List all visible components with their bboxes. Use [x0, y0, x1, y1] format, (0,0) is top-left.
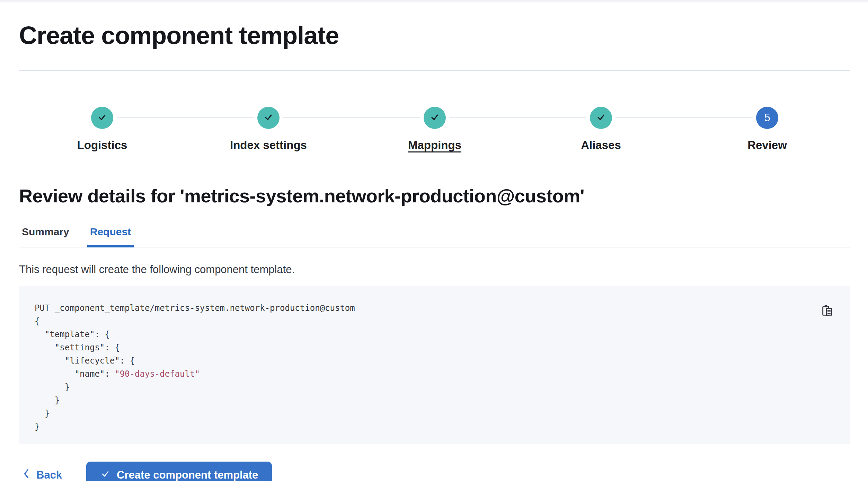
tab-summary[interactable]: Summary [19, 226, 72, 247]
check-icon [595, 112, 606, 124]
check-icon [100, 469, 110, 481]
footer-actions: Back Create component template [19, 462, 850, 481]
step-number: 5 [764, 112, 770, 124]
create-component-template-button[interactable]: Create component template [86, 462, 272, 481]
code-line: } [35, 407, 809, 420]
tabs: Summary Request [19, 226, 850, 247]
chevron-left-icon [22, 468, 31, 481]
request-description: This request will create the following c… [19, 263, 850, 276]
review-heading: Review details for 'metrics-system.netwo… [19, 185, 850, 207]
code-line: "template": { [35, 328, 809, 341]
stepper: Logistics Index settings Mapping [19, 107, 850, 152]
check-icon [429, 112, 440, 124]
step-label: Aliases [581, 139, 621, 152]
page-title: Create component template [19, 22, 850, 49]
code-line: "settings": { [35, 341, 809, 354]
code-line: { [35, 315, 809, 328]
copy-clipboard-icon [821, 313, 834, 318]
step-circle-complete [91, 107, 113, 129]
code-line: } [35, 381, 809, 394]
step-circle-complete [424, 107, 446, 129]
create-component-template-page: Create component template Logistics [0, 3, 868, 481]
code-line: "lifecycle": { [35, 354, 809, 367]
step-mappings[interactable]: Mappings [352, 107, 518, 152]
step-label: Review [747, 139, 787, 152]
step-label: Index settings [230, 139, 307, 152]
step-review[interactable]: 5 Review [684, 107, 850, 152]
tab-request[interactable]: Request [87, 226, 134, 247]
step-label: Logistics [77, 139, 127, 152]
step-circle-complete [590, 107, 612, 129]
title-divider [19, 70, 850, 71]
step-aliases[interactable]: Aliases [518, 107, 684, 152]
step-circle-current: 5 [756, 107, 778, 129]
code-string-value: "90-days-default" [115, 369, 200, 379]
copy-button[interactable] [821, 304, 834, 317]
check-icon [263, 112, 274, 124]
request-code-block: PUT _component_template/metrics-system.n… [19, 286, 850, 444]
step-logistics[interactable]: Logistics [19, 107, 185, 152]
back-button-label: Back [36, 469, 62, 481]
back-button[interactable]: Back [19, 468, 65, 481]
check-icon [97, 112, 108, 124]
step-circle-complete [257, 107, 280, 129]
step-label: Mappings [408, 139, 461, 152]
code-line: } [35, 420, 809, 433]
window-top-edge [0, 0, 868, 3]
code-line: } [35, 394, 809, 407]
create-button-label: Create component template [117, 469, 258, 481]
step-index-settings[interactable]: Index settings [185, 107, 352, 152]
code-line: PUT _component_template/metrics-system.n… [35, 301, 809, 315]
code-line: "name": "90-days-default" [35, 367, 809, 381]
